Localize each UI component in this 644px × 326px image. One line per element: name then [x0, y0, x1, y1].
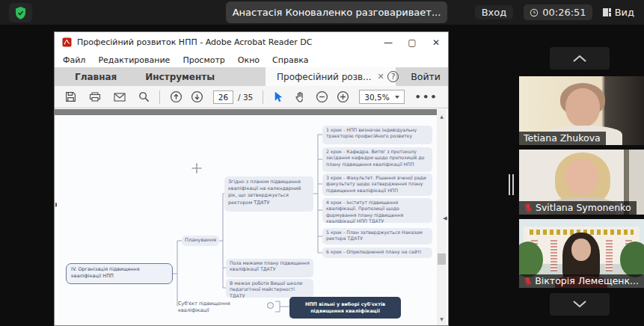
participant-name-label: Tetiana Zhukova: [519, 132, 606, 145]
login-button[interactable]: Вход: [475, 5, 514, 19]
mic-muted-icon: [524, 203, 533, 212]
menu-view[interactable]: Просмотр: [183, 55, 224, 65]
next-page-button[interactable]: [191, 90, 203, 103]
window-title: Професійний розвиток НПП - Adobe Acrobat…: [77, 37, 312, 47]
participant-video-3[interactable]: Вікторія Лемещенк...: [519, 219, 644, 288]
window-titlebar[interactable]: Професійний розвиток НПП - Adobe Acrobat…: [55, 32, 448, 52]
participant-video-1[interactable]: Tetiana Zhukova: [519, 76, 644, 145]
chevron-down-icon: [395, 96, 399, 99]
search-button[interactable]: [138, 91, 150, 102]
mindmap-step-2[interactable]: 2 крок - Кафедра. Витяг з протоколу засі…: [322, 147, 432, 172]
security-shield-button[interactable]: [9, 3, 32, 22]
previous-page-button[interactable]: [170, 90, 183, 103]
pan-cursor: [191, 162, 202, 176]
mindmap-planning-node[interactable]: Планування: [182, 236, 219, 246]
collapse-panel-up-button[interactable]: [550, 47, 610, 70]
clock-icon: [530, 8, 539, 17]
scroll-up-icon[interactable]: ▲: [437, 111, 447, 120]
plus-circle-icon: [337, 90, 349, 103]
hand-icon: [294, 91, 305, 102]
participant-name-label: Вікторія Лемещенк...: [519, 274, 644, 288]
panel-drag-handle[interactable]: [509, 174, 514, 195]
sign-in-button[interactable]: Войти: [411, 71, 441, 82]
mindmap-subject-node[interactable]: Суб'єкт підвищення кваліфікації: [178, 301, 262, 314]
menu-bar: Файл Редактирование Просмотр Окно Справк…: [55, 52, 448, 67]
maximize-button[interactable]: ▢: [400, 32, 424, 52]
view-button[interactable]: Вид: [603, 7, 634, 18]
tab-close-icon[interactable]: ✕: [378, 72, 384, 82]
print-button[interactable]: [89, 91, 101, 102]
scrollbar-thumb[interactable]: [438, 253, 446, 265]
mindmap-step-1[interactable]: 1 крок - НПП визначає індивідуальну трає…: [322, 126, 432, 144]
page-up-icon: [170, 90, 183, 103]
mindmap-step-3[interactable]: 3 крок - Факультет. Рішення вченої ради …: [322, 173, 432, 196]
tab-bar: Главная Инструменты Професійний розв... …: [55, 67, 448, 86]
meeting-timer: 00:26:51: [524, 4, 592, 20]
pdf-page: IV. Організація підвищення кваліфікації …: [57, 115, 437, 325]
document-area: ▶ IV. Організація підвищення кваліфікаці…: [55, 109, 448, 325]
zoom-in-button[interactable]: [337, 90, 349, 103]
help-button[interactable]: ?: [387, 71, 399, 82]
scroll-down-icon[interactable]: ▼: [437, 314, 447, 323]
mindmap-plan-node[interactable]: Згідно з планом підвищення кваліфікації …: [224, 176, 313, 212]
tab-document[interactable]: Професійний розв... ✕: [266, 67, 396, 86]
tab-tools[interactable]: Инструменты: [134, 67, 226, 86]
mic-muted-icon: [524, 277, 532, 286]
zoom-level-value: 30,5%: [364, 93, 389, 102]
print-icon: [89, 91, 101, 102]
window-controls: — ▢ ✕: [376, 32, 448, 52]
tools-pane-expander[interactable]: ◀: [442, 212, 448, 224]
menu-file[interactable]: Файл: [63, 55, 85, 65]
timer-value: 00:26:51: [542, 7, 586, 18]
page-top-gap: [55, 109, 437, 115]
collapse-panel-down-button[interactable]: [550, 293, 610, 316]
toolbar-divider: [159, 90, 160, 104]
active-speaker-status: Анастасія Коноваленко разговаривает...: [226, 1, 447, 23]
shield-check-icon: [14, 6, 27, 20]
save-icon: [65, 91, 76, 102]
tab-home[interactable]: Главная: [64, 67, 128, 86]
mindmap-outside-plan-node[interactable]: Поза межами плану підвищення кваліфікаці…: [226, 259, 313, 277]
pointer-cursor-icon: [273, 91, 283, 102]
tab-document-label: Професійний розв...: [277, 72, 371, 82]
topbar-controls: Вход 00:26:51 Вид: [475, 4, 634, 21]
envelope-icon: [114, 93, 126, 102]
select-tool-button[interactable]: [273, 91, 283, 102]
page-number-input[interactable]: [213, 90, 233, 104]
node-count-badge[interactable]: [267, 302, 274, 309]
minimize-button[interactable]: —: [376, 32, 400, 52]
mindmap-step-6[interactable]: 6 крок - Оприлюднення плану на сайті: [322, 247, 432, 258]
meeting-topbar: Анастасія Коноваленко разговаривает... В…: [0, 0, 644, 25]
email-button[interactable]: [114, 93, 126, 102]
close-button[interactable]: ✕: [424, 32, 448, 52]
mindmap-step-4[interactable]: 4 крок - Інститут підвищення кваліфікаці…: [322, 198, 432, 223]
minus-circle-icon: [316, 90, 328, 103]
page-down-icon: [191, 90, 203, 103]
participant-name-label: Svitlana Symonenko: [519, 201, 637, 215]
mindmap-note-node[interactable]: НПП вільні у виборі суб'єктів підвищення…: [289, 297, 401, 319]
mindmap-root-node[interactable]: IV. Організація підвищення кваліфікації …: [66, 263, 173, 284]
mindmap-step-5[interactable]: 5 крок - План затверджується Наказом рек…: [322, 228, 432, 244]
menu-edit[interactable]: Редактирование: [98, 55, 170, 65]
participant-video-2[interactable]: Svitlana Symonenko: [519, 150, 644, 215]
zoom-out-button[interactable]: [316, 90, 328, 103]
meeting-screen: Анастасія Коноваленко разговаривает... В…: [0, 0, 644, 326]
view-button-label: Вид: [615, 7, 634, 18]
chevron-down-icon: [571, 300, 588, 309]
mindmap-school-node[interactable]: В межах роботи Вищої школи педагогічної …: [226, 279, 313, 298]
search-icon: [138, 91, 150, 102]
acrobat-app-icon: [62, 37, 72, 47]
menu-help[interactable]: Справка: [272, 55, 308, 65]
acrobat-window: Професійний розвиток НПП - Adobe Acrobat…: [54, 31, 449, 326]
zoom-level-select[interactable]: 30,5%: [359, 90, 404, 104]
toolbar: / 35: [55, 86, 448, 108]
page-total-label: / 35: [238, 93, 253, 102]
gallery-view-icon: [603, 8, 611, 16]
toolbar-divider: [263, 90, 263, 104]
more-tools-button[interactable]: •••: [415, 91, 438, 102]
menu-window[interactable]: Окно: [238, 55, 260, 65]
hand-tool-button[interactable]: [294, 91, 305, 102]
save-button[interactable]: [65, 91, 76, 102]
chevron-up-icon: [571, 54, 588, 63]
